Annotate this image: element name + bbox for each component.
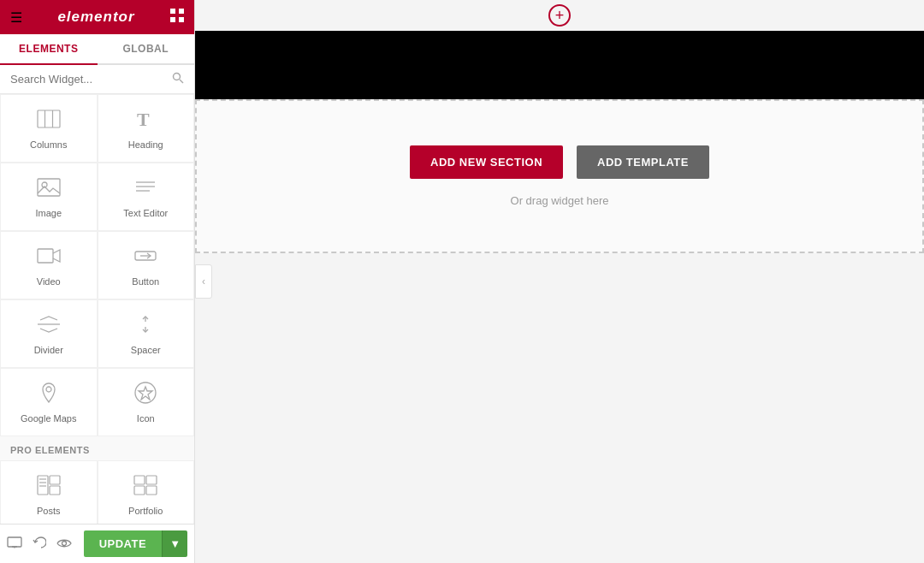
pro-elements-label: PRO ELEMENTS <box>0 436 194 460</box>
widget-divider[interactable]: Divider <box>0 299 98 368</box>
svg-rect-30 <box>134 476 145 484</box>
sidebar: ☰ elementor ELEMENTS GLOBAL <box>0 0 195 563</box>
black-header-section <box>195 31 924 99</box>
svg-rect-6 <box>38 110 60 127</box>
pro-elements-grid: Posts Portfolio <box>0 460 194 524</box>
grid-icon[interactable] <box>170 9 184 26</box>
svg-rect-32 <box>134 486 145 495</box>
svg-rect-40 <box>8 537 21 547</box>
search-bar <box>0 65 194 94</box>
tab-bar: ELEMENTS GLOBAL <box>0 34 194 65</box>
svg-line-5 <box>180 80 183 83</box>
widget-icon-label: Icon <box>137 413 155 424</box>
widget-video[interactable]: Video <box>0 231 98 299</box>
svg-rect-33 <box>146 486 157 495</box>
svg-rect-28 <box>50 476 60 484</box>
svg-rect-31 <box>146 476 157 484</box>
widget-icon[interactable]: Icon <box>98 368 195 436</box>
add-section-top[interactable]: + <box>195 0 924 31</box>
image-icon <box>37 175 61 203</box>
widget-google-maps-label: Google Maps <box>21 413 76 424</box>
elements-grid: Columns T Heading <box>0 94 194 436</box>
svg-rect-15 <box>38 249 53 263</box>
desktop-icon[interactable] <box>7 536 22 552</box>
widget-spacer-label: Spacer <box>131 345 161 355</box>
posts-icon <box>37 473 61 501</box>
widget-image[interactable]: Image <box>0 163 98 231</box>
widget-posts-label: Posts <box>37 506 61 516</box>
update-button-group: UPDATE ▼ <box>84 530 187 557</box>
widget-video-label: Video <box>37 276 61 287</box>
svg-point-43 <box>62 541 67 545</box>
svg-rect-3 <box>179 17 184 22</box>
heading-icon: T <box>133 107 157 134</box>
top-bar: ☰ elementor <box>0 0 194 34</box>
widget-columns-label: Columns <box>30 139 67 150</box>
tab-elements[interactable]: ELEMENTS <box>0 34 98 65</box>
drop-area: ADD NEW SECTION ADD TEMPLATE Or drag wid… <box>195 99 924 253</box>
add-template-button[interactable]: ADD TEMPLATE <box>577 145 709 179</box>
action-buttons: ADD NEW SECTION ADD TEMPLATE <box>410 145 709 179</box>
widget-area: Columns T Heading <box>0 94 194 524</box>
bottom-icons <box>7 536 72 552</box>
divider-icon <box>37 312 61 340</box>
main-canvas: + ADD NEW SECTION ADD TEMPLATE Or drag w… <box>195 0 924 563</box>
svg-rect-24 <box>38 476 48 495</box>
plus-icon[interactable]: + <box>548 4 571 27</box>
eye-icon[interactable] <box>56 536 72 552</box>
widget-google-maps[interactable]: Google Maps <box>0 368 98 436</box>
widget-portfolio[interactable]: Portfolio <box>98 460 195 524</box>
update-button[interactable]: UPDATE <box>84 530 162 557</box>
widget-text-editor-label: Text Editor <box>123 208 168 218</box>
text-editor-icon <box>133 175 157 203</box>
widget-button[interactable]: Button <box>98 231 195 299</box>
svg-rect-0 <box>170 9 175 14</box>
add-new-section-button[interactable]: ADD NEW SECTION <box>410 145 563 179</box>
widget-spacer[interactable]: Spacer <box>98 299 195 368</box>
widget-image-label: Image <box>35 208 62 218</box>
columns-icon <box>37 107 61 134</box>
drag-hint: Or drag widget here <box>511 194 609 207</box>
spacer-icon <box>133 312 157 340</box>
svg-text:T: T <box>137 109 150 130</box>
tab-global[interactable]: GLOBAL <box>98 34 195 63</box>
widget-posts[interactable]: Posts <box>0 460 98 524</box>
widget-heading-label: Heading <box>128 139 163 150</box>
widget-button-label: Button <box>132 276 159 287</box>
search-input[interactable] <box>10 73 172 86</box>
svg-marker-23 <box>139 387 152 400</box>
icon-widget-icon <box>133 381 157 408</box>
undo-icon[interactable] <box>33 536 46 552</box>
elementor-logo: elementor <box>57 9 134 26</box>
hamburger-icon[interactable]: ☰ <box>10 9 22 26</box>
widget-portfolio-label: Portfolio <box>128 506 163 516</box>
button-icon <box>133 244 157 271</box>
google-maps-icon <box>37 381 61 408</box>
svg-point-4 <box>174 74 181 80</box>
widget-text-editor[interactable]: Text Editor <box>98 163 195 231</box>
svg-rect-2 <box>170 17 175 22</box>
widget-heading[interactable]: T Heading <box>98 94 195 163</box>
video-icon <box>37 244 61 271</box>
widget-columns[interactable]: Columns <box>0 94 98 163</box>
svg-rect-1 <box>179 9 184 14</box>
update-arrow-button[interactable]: ▼ <box>162 530 187 557</box>
collapse-sidebar-button[interactable]: ‹ <box>195 264 212 299</box>
svg-rect-10 <box>38 179 60 196</box>
search-icon[interactable] <box>172 72 184 86</box>
svg-point-21 <box>46 387 51 392</box>
bottom-bar: UPDATE ▼ <box>0 524 194 563</box>
portfolio-icon <box>133 473 157 501</box>
widget-divider-label: Divider <box>34 345 63 355</box>
svg-rect-29 <box>50 486 60 495</box>
